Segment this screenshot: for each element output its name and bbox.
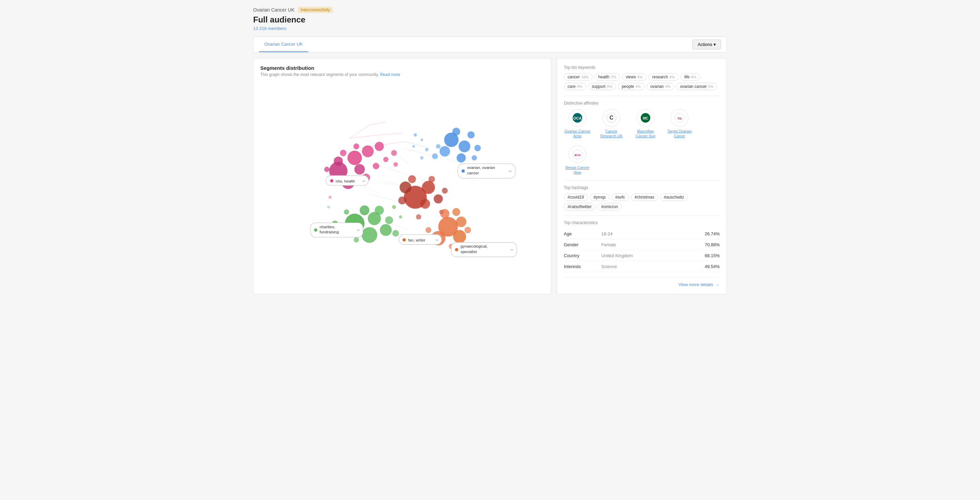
read-more-link[interactable]: Read more — [380, 72, 400, 77]
svg-line-2 — [369, 122, 386, 125]
char-value: Female — [601, 242, 705, 247]
affinity-item[interactable]: OCAOvarian Cancer Actio — [564, 109, 591, 139]
svg-point-29 — [383, 157, 388, 162]
svg-point-85 — [421, 139, 423, 141]
svg-point-88 — [327, 206, 330, 208]
svg-point-73 — [416, 214, 421, 219]
svg-point-70 — [398, 196, 406, 204]
affinity-item[interactable]: TOTarget Ovarian Cance — [666, 109, 693, 139]
view-more-link[interactable]: View more details → — [679, 282, 720, 287]
svg-point-39 — [440, 146, 450, 157]
svg-line-3 — [379, 133, 402, 135]
keyword-chip: research 4% — [649, 73, 679, 81]
svg-point-66 — [399, 182, 411, 193]
hashtag-chip[interactable]: #catsoftwitter — [564, 203, 595, 211]
segment-ovarian-cancer: ovarian, ovarian cancer ✏ — [458, 164, 515, 178]
svg-point-36 — [324, 166, 329, 172]
characteristics-title: Top characteristics — [564, 220, 720, 225]
svg-text:✏: ✏ — [511, 248, 514, 252]
segments-title: Segments distribution — [260, 65, 544, 71]
svg-point-103 — [314, 228, 318, 232]
network-graph-svg: nhs, health ✏ ovarian, ovarian cancer ✏ — [260, 82, 544, 260]
hashtag-chip[interactable]: #covid19 — [564, 193, 588, 201]
svg-text:ovarian, ovarian: ovarian, ovarian — [467, 166, 495, 169]
members-count: 13 216 members — [253, 26, 727, 31]
char-value: Science — [601, 264, 705, 269]
char-label: Gender — [564, 242, 598, 247]
svg-point-46 — [432, 153, 438, 159]
characteristic-row: Country United Kingdom 68.15% — [564, 250, 720, 261]
svg-point-61 — [344, 209, 349, 214]
svg-point-77 — [453, 230, 466, 243]
hashtag-chip[interactable]: #omicron — [598, 203, 622, 211]
view-more-row: View more details → — [564, 278, 720, 287]
svg-point-24 — [375, 142, 384, 151]
svg-text:C: C — [609, 115, 614, 121]
divider-1 — [564, 96, 720, 96]
char-label: Age — [564, 231, 598, 236]
svg-point-94 — [461, 169, 465, 173]
svg-point-51 — [362, 227, 377, 243]
char-label: Interests — [564, 264, 598, 269]
svg-text:MC: MC — [643, 117, 648, 120]
org-name: Ovarian Cancer UK — [253, 7, 294, 13]
segments-subtitle: This graph shows the most relevant segme… — [260, 72, 544, 77]
characteristics-table: Age 18-24 26.74% Gender Female 70.88% Co… — [564, 228, 720, 272]
hashtag-chip[interactable]: #christmas — [631, 193, 658, 201]
divider-3 — [564, 215, 720, 216]
actions-label: Actions — [698, 42, 712, 47]
svg-point-33 — [340, 150, 347, 156]
segment-fan-writer: fan, writer ✏ — [399, 235, 441, 244]
actions-button[interactable]: Actions ▾ — [692, 40, 721, 50]
segment-charities-fundraising: charities, fundraising ✏ — [310, 223, 363, 237]
hashtag-chip[interactable]: #avfc — [611, 193, 629, 201]
svg-point-49 — [420, 157, 424, 160]
characteristic-row: Age 18-24 26.74% — [564, 228, 720, 240]
hashtags-title: Top hashtags — [564, 185, 720, 190]
affinity-item[interactable]: BCNBreast Cancer Now — [564, 145, 591, 175]
keyword-chip: support 4% — [588, 83, 616, 90]
affinities-title: Distinctive affinities — [564, 101, 720, 105]
svg-text:specialist: specialist — [460, 250, 477, 254]
svg-point-43 — [474, 145, 481, 151]
svg-point-32 — [334, 157, 343, 166]
svg-point-41 — [452, 128, 460, 136]
hashtag-chip[interactable]: #pmqs — [590, 193, 609, 201]
characteristic-row: Interests Science 49.54% — [564, 261, 720, 272]
header-org: Ovarian Cancer UK Interconnectivity — [253, 7, 727, 13]
arrow-right-icon: → — [715, 282, 720, 287]
svg-point-42 — [468, 131, 475, 138]
svg-point-47 — [436, 144, 440, 149]
char-pct: 49.54% — [705, 264, 720, 269]
affinity-item[interactable]: MCMacmillan Cancer Sup — [632, 109, 659, 139]
svg-point-40 — [457, 153, 466, 163]
svg-point-65 — [422, 181, 435, 194]
svg-text:✏: ✏ — [357, 228, 360, 232]
svg-text:fan, writer: fan, writer — [408, 238, 425, 242]
page: Ovarian Cancer UK Interconnectivity Full… — [245, 0, 735, 301]
keyword-chip: care 4% — [564, 83, 586, 90]
svg-point-62 — [392, 205, 396, 209]
affinities-row: OCAOvarian Cancer ActioCCancer Research … — [564, 109, 720, 175]
svg-line-14 — [376, 165, 425, 181]
keyword-chip: views 6% — [622, 73, 646, 81]
char-pct: 70.88% — [705, 242, 720, 247]
svg-text:✏: ✏ — [436, 238, 439, 242]
affinity-item[interactable]: CCancer Research UK — [598, 109, 625, 139]
svg-point-54 — [360, 205, 369, 215]
char-value: United Kingdom — [601, 253, 705, 258]
left-panel: Segments distribution This graph shows t… — [253, 58, 551, 294]
hashtag-chip[interactable]: #auschwitz — [660, 193, 688, 201]
svg-point-68 — [434, 194, 443, 203]
svg-point-57 — [392, 230, 399, 236]
keywords-row: cancer 16%health 7%views 6%research 4%li… — [564, 73, 720, 90]
keyword-chip: health 7% — [595, 73, 620, 81]
svg-point-81 — [465, 227, 471, 233]
tab-bar: Ovarian Cancer UK Actions ▾ — [253, 37, 727, 53]
svg-point-86 — [412, 145, 415, 148]
svg-text:gynaecological,: gynaecological, — [460, 244, 488, 248]
char-value: 18-24 — [601, 231, 705, 236]
tab-ovarian-cancer-uk[interactable]: Ovarian Cancer UK — [259, 37, 308, 52]
svg-point-34 — [353, 144, 360, 149]
keyword-chip: ovarian cancer 3% — [676, 83, 717, 90]
